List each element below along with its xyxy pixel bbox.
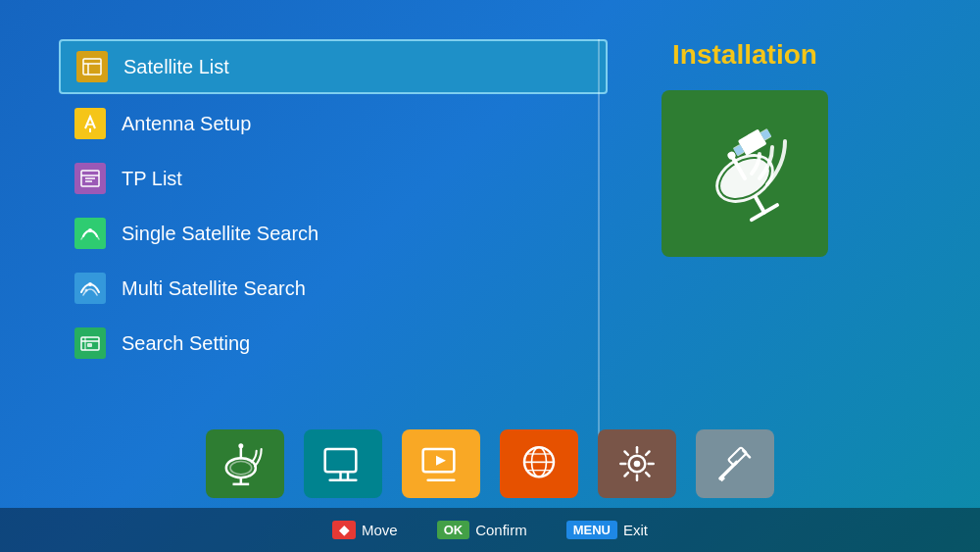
nav-icon-installation[interactable] <box>206 429 284 498</box>
svg-line-21 <box>752 205 777 220</box>
satellite-list-icon <box>76 51 108 82</box>
svg-line-54 <box>625 473 628 476</box>
hint-badge-move: ◆ <box>332 521 356 539</box>
svg-line-20 <box>756 197 764 213</box>
hint-label-move: Move <box>362 522 398 538</box>
left-panel: Satellite ListAntenna SetupTP ListSingle… <box>59 39 608 474</box>
svg-point-11 <box>85 289 88 292</box>
hint-badge-confirm: OK <box>437 521 470 539</box>
nav-icon-media[interactable] <box>402 429 480 498</box>
svg-point-9 <box>88 228 92 232</box>
right-panel: Installation <box>647 39 843 474</box>
svg-marker-38 <box>436 456 446 466</box>
divider <box>598 39 600 454</box>
antenna-icon <box>74 108 106 139</box>
search-icon <box>74 327 106 359</box>
nav-icon-system[interactable] <box>598 429 676 498</box>
svg-line-51 <box>625 452 628 455</box>
menu-item-antenna-setup[interactable]: Antenna Setup <box>59 98 608 149</box>
menu-item-label: Antenna Setup <box>122 113 251 135</box>
svg-line-53 <box>646 452 649 455</box>
menu-item-label: Search Setting <box>122 332 250 355</box>
menu-item-satellite-list[interactable]: Satellite List <box>59 39 608 94</box>
menu-item-search-setting[interactable]: Search Setting <box>59 318 608 369</box>
svg-point-28 <box>230 462 252 475</box>
menu-item-label: TP List <box>122 168 182 190</box>
svg-point-10 <box>88 282 92 286</box>
svg-point-46 <box>634 461 641 468</box>
nav-icon-internet[interactable] <box>500 429 578 498</box>
menu-item-tp-list[interactable]: TP List <box>59 153 608 204</box>
nav-icon-channel[interactable] <box>304 429 382 498</box>
bottom-bar: ◆MoveOKConfirmMENUExit <box>0 508 980 552</box>
svg-rect-33 <box>325 449 357 472</box>
satellite-icon-box <box>662 90 828 257</box>
hint-label-exit: Exit <box>623 522 648 538</box>
bottom-nav-icons <box>206 429 774 498</box>
menu-item-multi-satellite-search[interactable]: Multi Satellite Search <box>59 263 608 314</box>
page-title: Installation <box>672 39 817 71</box>
bottom-hint-exit: MENUExit <box>566 521 648 539</box>
tp-icon <box>74 163 106 194</box>
nav-icon-tools[interactable] <box>696 429 774 498</box>
hint-label-confirm: Confirm <box>475 522 527 538</box>
menu-item-label: Single Satellite Search <box>122 223 318 245</box>
svg-rect-0 <box>83 59 101 75</box>
bottom-hint-move: ◆Move <box>332 521 398 539</box>
svg-line-52 <box>646 473 649 476</box>
menu-item-label: Multi Satellite Search <box>122 277 306 300</box>
svg-rect-15 <box>87 343 92 347</box>
single-icon <box>74 218 106 249</box>
satellite-image-icon <box>681 110 808 237</box>
hint-badge-exit: MENU <box>566 521 617 539</box>
bottom-hint-confirm: OKConfirm <box>437 521 527 539</box>
multi-icon <box>74 273 106 304</box>
svg-point-30 <box>238 443 243 448</box>
menu-item-label: Satellite List <box>123 56 229 78</box>
menu-item-single-satellite-search[interactable]: Single Satellite Search <box>59 208 608 259</box>
